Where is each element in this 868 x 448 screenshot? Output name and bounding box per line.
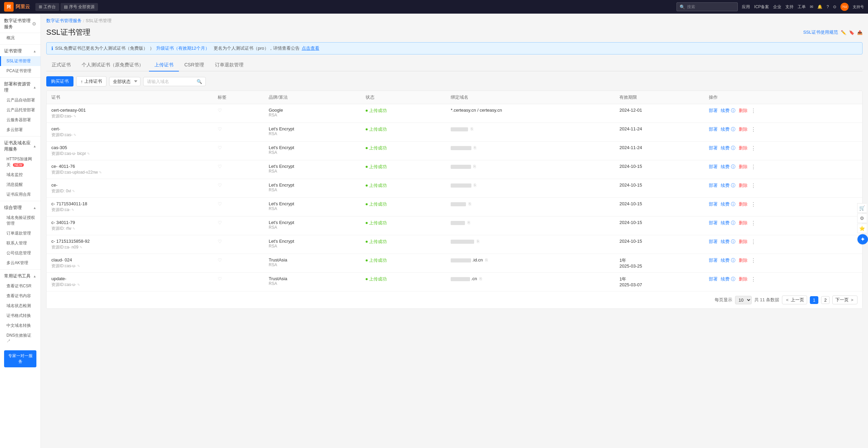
sidebar-item-domain-verify[interactable]: 域名免验证授权管理 <box>0 213 40 228</box>
favorite-icon[interactable]: ♡ <box>218 220 222 225</box>
global-search[interactable]: 🔍 <box>677 2 738 11</box>
sidebar-section-cert-mgmt[interactable]: 证书管理 ▲ <box>0 46 40 56</box>
copy-icon[interactable]: ⎘ <box>468 220 470 225</box>
sidebar-overview[interactable]: 概况 <box>0 33 40 43</box>
more-actions-icon[interactable]: ⋮ <box>751 258 756 263</box>
tab-personal-test-cert[interactable]: 个人测试证书（原免费证书） <box>76 59 149 71</box>
resources-tab[interactable]: ▤ 序号 全部资源 <box>61 3 98 11</box>
sidebar-item-cloud-hosted[interactable]: 云产品托管部署 <box>0 105 40 115</box>
search-icon-btn[interactable]: 🔍 <box>197 79 202 84</box>
favorite-icon[interactable]: ♡ <box>218 126 222 132</box>
sidebar-item-cn-domain[interactable]: 中文域名转换 <box>0 321 40 331</box>
copy-icon[interactable]: ⎘ <box>474 145 476 150</box>
more-actions-icon[interactable]: ⋮ <box>751 127 756 132</box>
user-avatar[interactable]: 702 <box>840 3 849 11</box>
info-detail-link[interactable]: 点击查看 <box>302 45 319 51</box>
float-btn-2[interactable]: ⚙ <box>857 213 867 223</box>
buy-cert-button[interactable]: 购买证书 <box>46 76 73 86</box>
sidebar-item-dns-verify[interactable]: DNS生效验证 ↗ <box>0 331 40 346</box>
upgrade-link[interactable]: 升级证书（有效期12个月） <box>156 45 210 51</box>
delete-link[interactable]: 删除 <box>739 164 748 169</box>
delete-link[interactable]: 删除 <box>739 239 748 244</box>
float-btn-1[interactable]: 🛒 <box>857 203 867 213</box>
per-page-select[interactable]: 10 20 50 <box>735 296 752 304</box>
favorite-icon[interactable]: ♡ <box>218 276 222 282</box>
sidebar-item-pca-cert[interactable]: PCA证书管理 <box>0 66 40 76</box>
copy-icon[interactable]: ⎘ <box>473 164 476 169</box>
nav-bell[interactable]: 🔔 <box>817 4 822 9</box>
copy-icon[interactable]: ⎘ <box>477 239 479 244</box>
copy-icon[interactable]: ⎘ <box>471 127 473 131</box>
logo[interactable]: 阿 阿里云 <box>4 2 30 12</box>
share-icon[interactable]: 📤 <box>857 30 863 35</box>
delete-link[interactable]: 删除 <box>739 145 748 150</box>
renew-link[interactable]: 续费 ⓘ <box>721 202 735 207</box>
page-1-button[interactable]: 1 <box>810 296 818 304</box>
deploy-link[interactable]: 部署 <box>709 220 718 225</box>
page-2-button[interactable]: 2 <box>821 296 830 304</box>
favorite-icon[interactable]: ♡ <box>218 201 222 207</box>
favorite-icon[interactable]: ♡ <box>218 182 222 188</box>
sidebar-item-domain-monitor[interactable]: 域名监控 <box>0 170 40 180</box>
deploy-link[interactable]: 部署 <box>709 108 718 113</box>
sidebar-section-cert-domain[interactable]: 证书及域名应用服务 ▲ <box>0 138 40 154</box>
delete-link[interactable]: 删除 <box>739 108 748 113</box>
deploy-link[interactable]: 部署 <box>709 183 718 188</box>
prev-page-button[interactable]: ＜ 上一页 <box>782 295 807 304</box>
tab-formal-cert[interactable]: 正式证书 <box>46 59 76 71</box>
renew-link[interactable]: 续费 ⓘ <box>721 239 735 244</box>
sidebar-item-domain-check[interactable]: 域名状态检测 <box>0 301 40 311</box>
user-name[interactable]: 支持号 <box>853 4 864 10</box>
sidebar-item-message-remind[interactable]: 消息提醒 <box>0 180 40 190</box>
sidebar-item-view-cert-content[interactable]: 查看证书内容 <box>0 291 40 301</box>
delete-link[interactable]: 删除 <box>739 202 748 207</box>
ssl-usage-link[interactable]: SSL证书使用规范 <box>803 29 838 35</box>
more-actions-icon[interactable]: ⋮ <box>751 164 756 170</box>
search-input[interactable] <box>687 4 735 9</box>
upload-cert-button[interactable]: ↑ 上传证书 <box>76 76 106 86</box>
sidebar-item-order-refund[interactable]: 订单退款管理 <box>0 228 40 238</box>
renew-link[interactable]: 续费 ⓘ <box>721 258 735 263</box>
renew-link[interactable]: 续费 ⓘ <box>721 127 735 132</box>
nav-app[interactable]: 应用 <box>742 4 750 10</box>
favorite-icon[interactable]: ♡ <box>218 164 222 169</box>
delete-link[interactable]: 删除 <box>739 183 748 188</box>
favorite-icon[interactable]: ♡ <box>218 145 222 150</box>
nav-help[interactable]: ? <box>827 4 829 9</box>
gear-icon[interactable]: ⚙ <box>32 21 36 27</box>
nav-settings[interactable]: ⊙ <box>833 4 836 9</box>
more-actions-icon[interactable]: ⋮ <box>751 145 756 151</box>
copy-icon[interactable]: ⎘ <box>469 202 471 206</box>
nav-icp[interactable]: ICP备案 <box>754 4 769 10</box>
more-actions-icon[interactable]: ⋮ <box>751 276 756 282</box>
next-page-button[interactable]: 下一页 ＞ <box>832 295 857 304</box>
expert-service-button[interactable]: 专家一对一服务 <box>4 350 36 367</box>
more-actions-icon[interactable]: ⋮ <box>751 202 756 207</box>
sidebar-item-multi-ak[interactable]: 多云AK管理 <box>0 258 40 268</box>
breadcrumb-cert-service[interactable]: 数字证书管理服务 <box>46 18 82 24</box>
more-actions-icon[interactable]: ⋮ <box>751 183 756 189</box>
bookmark-icon[interactable]: 🔖 <box>849 30 854 35</box>
float-btn-4[interactable]: ✦ <box>857 234 868 245</box>
sidebar-item-https-gateway[interactable]: HTTPS加速网关 NEW <box>0 154 40 170</box>
deploy-link[interactable]: 部署 <box>709 202 718 207</box>
tab-csr-mgmt[interactable]: CSR管理 <box>179 59 210 71</box>
renew-link[interactable]: 续费 ⓘ <box>721 145 735 150</box>
deploy-link[interactable]: 部署 <box>709 127 718 132</box>
favorite-icon[interactable]: ♡ <box>218 239 222 244</box>
domain-search-wrapper[interactable]: 🔍 <box>143 77 206 86</box>
more-actions-icon[interactable]: ⋮ <box>751 220 756 226</box>
renew-link[interactable]: 续费 ⓘ <box>721 164 735 169</box>
sidebar-item-cloud-auto[interactable]: 云产品自动部署 <box>0 95 40 105</box>
nav-enterprise[interactable]: 企业 <box>773 4 781 10</box>
delete-link[interactable]: 删除 <box>739 276 748 282</box>
renew-link[interactable]: 续费 ⓘ <box>721 108 735 113</box>
sidebar-section-deploy[interactable]: 部署和资源管理 ▲ <box>0 79 40 95</box>
sidebar-item-contact[interactable]: 联系人管理 <box>0 238 40 248</box>
sidebar-section-general[interactable]: 综合管理 ▲ <box>0 203 40 213</box>
copy-icon[interactable]: ⎘ <box>474 183 476 188</box>
renew-link[interactable]: 续费 ⓘ <box>721 183 735 188</box>
sidebar-item-ssl-cert[interactable]: SSL证书管理 <box>0 56 40 66</box>
tab-upload-cert[interactable]: 上传证书 <box>149 59 179 71</box>
deploy-link[interactable]: 部署 <box>709 239 718 244</box>
